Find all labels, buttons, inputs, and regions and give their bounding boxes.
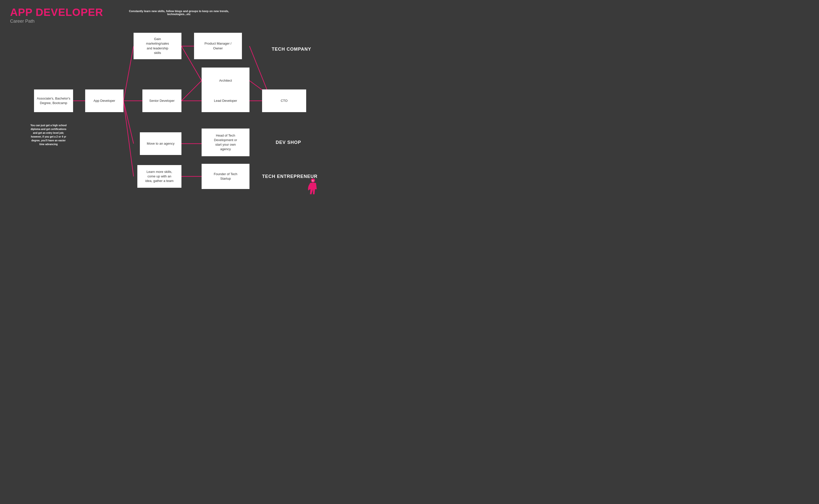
node-cto: CTO	[262, 89, 306, 112]
node-founder: Founder of TechStartup	[202, 164, 249, 189]
node-senior-developer: Senior Developer	[142, 89, 181, 112]
hero-icon: G	[306, 178, 320, 197]
node-app-developer: App Developer	[85, 89, 123, 112]
node-product-manager: Product Manager /Owner	[194, 33, 242, 59]
page-title-block: APP DEVELOPER Career Path	[10, 7, 103, 24]
svg-line-3	[123, 101, 134, 144]
side-note: You can just get a high school diploma a…	[29, 123, 68, 146]
node-lead-developer: Lead Developer	[202, 89, 249, 112]
main-title: APP DEVELOPER	[10, 7, 103, 18]
svg-line-10	[249, 46, 268, 93]
svg-line-4	[123, 101, 134, 176]
node-move-agency: Move to an agency	[140, 132, 181, 155]
svg-line-7	[181, 81, 202, 101]
svg-line-1	[123, 46, 134, 101]
subtitle: Career Path	[10, 19, 103, 24]
label-tech-company: TECH COMPANY	[272, 47, 311, 52]
svg-text:G: G	[312, 179, 314, 182]
node-head-tech: Head of TechDevelopment orstart your own…	[202, 129, 249, 156]
node-learn-skills: Learn more skills,come up with anidea, g…	[137, 165, 181, 188]
node-gain-skills: Gainmarketing/salesand leadershipskills	[134, 33, 181, 59]
label-dev-shop: DEV SHOP	[276, 140, 301, 145]
top-note: Constantly learn new skills, follow blog…	[121, 10, 237, 16]
node-degree: Associate's, Bachelor's Degree, Bootcamp	[34, 89, 73, 112]
